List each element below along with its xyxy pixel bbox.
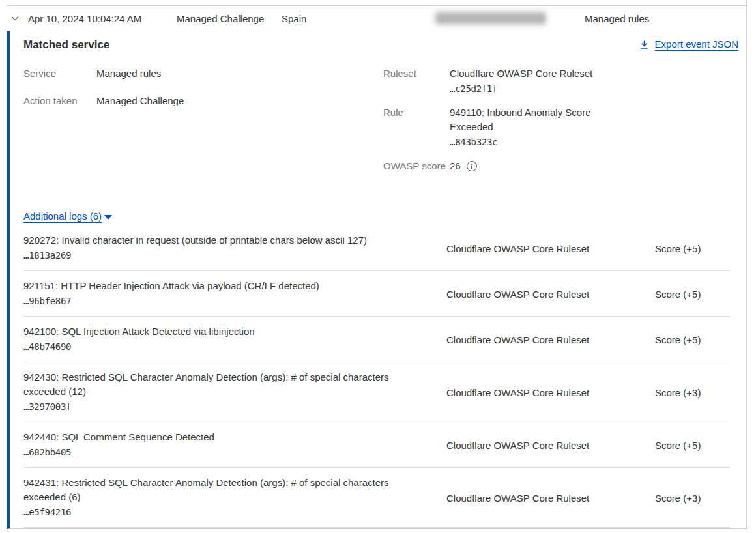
details-left-column: Service Managed rules Action taken Manag… [23,66,383,182]
details-right-column: Ruleset Cloudflare OWASP Core Ruleset …c… [383,66,606,182]
log-title: 942430: Restricted SQL Character Anomaly… [23,370,414,399]
log-title: 942440: SQL Comment Sequence Detected [23,430,414,444]
owasp-score-line: 26 i [450,159,606,173]
log-ruleset: Cloudflare OWASP Core Ruleset [446,289,655,300]
field-rule: Rule 949110: Inbound Anomaly Score Excee… [383,106,606,150]
log-row: 921151: HTTP Header Injection Attack via… [23,271,730,317]
rule-value-block: 949110: Inbound Anomaly Score Exceeded …… [450,106,606,150]
log-title: 942100: SQL Injection Attack Detected vi… [23,324,414,339]
action-taken-value: Managed Challenge [96,94,184,108]
service-label: Service [23,66,96,81]
log-rule-id: …48b74690 [23,339,414,354]
ruleset-label: Ruleset [383,66,450,81]
log-score: Score (+5) [655,243,730,254]
owasp-score-label: OWASP score [383,159,450,173]
event-action: Managed Challenge [177,13,264,24]
log-row: 942430: Restricted SQL Character Anomaly… [23,362,730,422]
log-row: 942440: SQL Comment Sequence Detected …6… [23,422,730,468]
event-row-header[interactable]: Apr 10, 2024 10:04:24 AM Managed Challen… [7,5,746,31]
ruleset-name: Cloudflare OWASP Core Ruleset [450,66,606,81]
event-service: Managed rules [585,13,649,24]
export-event-json-button[interactable]: Export event JSON [639,38,738,51]
ruleset-value-block: Cloudflare OWASP Core Ruleset …c25d2f1f [450,66,606,96]
event-country: Spain [282,13,306,24]
event-timestamp: Apr 10, 2024 10:04:24 AM [28,13,141,24]
rule-name: 949110: Inbound Anomaly Score Exceeded [450,106,606,134]
info-icon[interactable]: i [467,161,477,171]
owasp-score-value: 26 [450,159,461,173]
log-score: Score (+5) [655,440,730,451]
panel-header: Matched service Export event JSON [23,38,738,52]
log-ruleset: Cloudflare OWASP Core Ruleset [446,334,655,345]
log-title: 942431: Restricted SQL Character Anomaly… [23,476,414,504]
table-right-border [746,0,747,529]
log-row: 942431: Restricted SQL Character Anomaly… [23,468,730,528]
additional-logs-toggle[interactable]: Additional logs (6) [23,210,112,223]
security-events-screen: Apr 10, 2024 10:04:24 AM Managed Challen… [0,0,756,533]
export-event-json-label: Export event JSON [655,38,738,51]
panel-title: Matched service [23,38,109,52]
table-left-border-stub [7,0,7,5]
log-rule-id: …96bfe867 [23,293,414,309]
field-service: Service Managed rules [23,66,383,81]
log-title: 920272: Invalid character in request (ou… [23,233,414,248]
rule-label: Rule [383,106,450,120]
redacted-value [435,12,546,25]
field-ruleset: Ruleset Cloudflare OWASP Core Ruleset …c… [383,66,606,96]
log-score: Score (+3) [655,493,730,504]
field-owasp-score: OWASP score 26 i [383,159,606,173]
log-ruleset: Cloudflare OWASP Core Ruleset [446,243,655,254]
download-icon [639,40,649,50]
log-rule-id: …1813a269 [23,248,414,263]
log-rule-id: …682bb405 [23,444,414,460]
log-row: 920272: Invalid character in request (ou… [23,225,730,271]
log-ruleset: Cloudflare OWASP Core Ruleset [446,493,655,504]
additional-logs-list: 920272: Invalid character in request (ou… [23,225,730,528]
log-rule-id: …e5f94216 [23,504,414,520]
action-taken-label: Action taken [23,94,96,108]
ruleset-id: …c25d2f1f [450,81,606,96]
chevron-down-icon[interactable] [9,12,21,24]
caret-down-icon [104,215,112,220]
event-details-panel: Matched service Export event JSON Servic… [7,31,746,529]
log-score: Score (+5) [655,289,730,300]
additional-logs-label: Additional logs (6) [23,210,102,223]
log-ruleset: Cloudflare OWASP Core Ruleset [446,440,655,451]
log-score: Score (+3) [655,387,730,398]
log-ruleset: Cloudflare OWASP Core Ruleset [446,387,655,398]
rule-id: …843b323c [450,134,606,150]
matched-service-details: Service Managed rules Action taken Manag… [23,66,738,182]
log-title: 921151: HTTP Header Injection Attack via… [23,279,414,293]
field-action-taken: Action taken Managed Challenge [23,94,383,108]
service-value: Managed rules [96,66,161,81]
log-row: 942100: SQL Injection Attack Detected vi… [23,317,730,362]
log-rule-id: …3297003f [23,399,414,414]
log-score: Score (+5) [655,334,730,345]
